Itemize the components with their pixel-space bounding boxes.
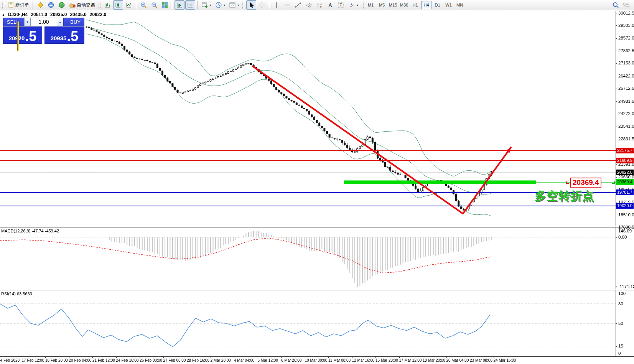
timeframe-m15[interactable]: M15: [388, 1, 398, 9]
price-tick: 26422.0: [618, 74, 634, 78]
price-axis[interactable]: 30012.529303.028572.027862.527153.026422…: [616, 11, 634, 356]
volume-stepper: ▾ 1.00 ▴: [24, 18, 63, 26]
timeframe-mn[interactable]: MN: [455, 1, 465, 9]
vertical-line-icon: [273, 2, 280, 8]
market-watch-button[interactable]: [46, 0, 56, 10]
new-chart-button[interactable]: ▾: [200, 0, 213, 10]
price-tick: 27862.5: [618, 48, 634, 53]
new-order-button[interactable]: 新订单: [6, 0, 31, 10]
autotrading-button[interactable]: 自动交易: [68, 0, 97, 10]
fibonacci-button[interactable]: F: [315, 0, 324, 10]
buy-price-box[interactable]: 20935 .5: [44, 26, 84, 44]
timeframe-m5[interactable]: M5: [377, 1, 387, 9]
toolbar-grip: [99, 2, 100, 8]
symbol-period: DJ30-,H4: [8, 12, 28, 17]
macd-tick: 146.09: [618, 229, 632, 233]
time-tick-label: 10 Mar 00:00: [305, 358, 328, 362]
indicators-button[interactable]: ▾: [227, 0, 240, 10]
channel-button[interactable]: E: [304, 0, 314, 10]
pane-splitter[interactable]: [0, 289, 634, 290]
text-icon: A: [327, 2, 334, 8]
tile-windows-icon: [161, 2, 168, 8]
vertical-line-object[interactable]: [17, 21, 19, 51]
sell-price-box[interactable]: 20920 .5: [3, 26, 42, 44]
time-tick-label: 12 Mar 16:00: [352, 358, 375, 362]
vertical-line-button[interactable]: [272, 0, 282, 10]
ohlc-low: 20435.0: [70, 12, 86, 17]
support-price-box-annotation[interactable]: 20369.4: [570, 178, 601, 188]
auto-scroll-button[interactable]: [175, 0, 184, 10]
price-tick: 24272.0: [618, 111, 634, 116]
charts-grid-button[interactable]: [35, 0, 45, 10]
timeframe-h4[interactable]: H4: [421, 1, 431, 9]
toolbar-separator: [33, 1, 33, 9]
timeframe-h1[interactable]: H1: [410, 1, 420, 9]
sell-button[interactable]: SELL: [3, 18, 24, 26]
time-tick-label: 18 Feb 20:00: [45, 358, 68, 362]
label-button[interactable]: T: [336, 0, 346, 10]
signals-button[interactable]: [57, 0, 67, 10]
zoom-out-button[interactable]: [149, 0, 159, 10]
shapes-icon: [348, 2, 355, 8]
price-label: 22175.7: [616, 148, 634, 153]
chat-icon: [623, 2, 630, 8]
toolbar-grip: [362, 2, 364, 8]
chat-button[interactable]: [621, 0, 631, 10]
one-click-trading-panel: SELL ▾ 1.00 ▴ BUY 20920 .5 20935 .5: [3, 18, 84, 44]
horizontal-line-icon: [284, 2, 291, 8]
timeframe-m1[interactable]: M1: [366, 1, 376, 9]
fibonacci-icon: F: [316, 2, 323, 8]
label-icon: T: [338, 2, 344, 8]
toolbar-grip: [2, 2, 4, 8]
line-chart-button[interactable]: [124, 0, 134, 10]
cursor-button[interactable]: [246, 0, 256, 10]
sell-price-pip: .5: [25, 30, 36, 43]
collapse-panel-icon[interactable]: ▲: [2, 13, 5, 16]
chart-shift-button[interactable]: [185, 0, 195, 10]
tile-windows-button[interactable]: [160, 0, 170, 10]
price-tick: 24981.5: [618, 99, 634, 104]
horizontal-line-button[interactable]: [282, 0, 292, 10]
macd-tick: 0.00: [618, 235, 627, 239]
zoom-in-button[interactable]: [138, 0, 148, 10]
text-button[interactable]: A: [325, 0, 335, 10]
timeframe-d1[interactable]: D1: [432, 1, 443, 9]
period-button[interactable]: ▾: [214, 0, 227, 10]
time-tick-label: 6 Mar 20:00: [281, 358, 301, 362]
candlestick-button[interactable]: [113, 0, 123, 10]
toolbar-separator: [136, 1, 137, 9]
cursor-icon: [248, 2, 255, 8]
buy-button[interactable]: BUY: [63, 18, 84, 26]
time-tick-label: 21 Feb 12:00: [92, 358, 115, 362]
dropdown-caret-icon: ▾: [357, 3, 358, 7]
pane-splitter[interactable]: [0, 226, 634, 227]
time-tick-label: 2 Mar 20:00: [211, 358, 231, 362]
price-tick: 23541.0: [618, 124, 634, 128]
app-window: { "toolbar": { "groups": [ [ {"icon":"ne…: [0, 0, 634, 364]
rsi-tick: 50: [618, 321, 623, 326]
time-tick-label: 11 Mar 08:00: [328, 358, 351, 362]
macd-label: MACD(12,26,9) -47.74 -459.42: [1, 229, 59, 233]
buy-price-pip: .5: [67, 30, 78, 43]
bar-chart-button[interactable]: [102, 0, 112, 10]
time-tick-label: 17 Mar 12:00: [399, 358, 422, 362]
turning-point-text-annotation[interactable]: 多空转折点: [535, 188, 594, 204]
crosshair-button[interactable]: [257, 0, 267, 10]
timeframe-w1[interactable]: W1: [443, 1, 454, 9]
shapes-button[interactable]: ▾: [347, 0, 360, 10]
time-tick-label: 17 Feb 12:00: [22, 358, 44, 362]
svg-text:A: A: [328, 2, 333, 8]
timeframe-m30[interactable]: M30: [399, 1, 409, 9]
search-button[interactable]: [611, 0, 621, 10]
volume-increase-button[interactable]: ▴: [57, 18, 63, 26]
volume-decrease-button[interactable]: ▾: [24, 18, 31, 26]
time-tick-label: 18 Mar 20:00: [423, 358, 445, 362]
time-axis[interactable]: 14 Feb 202017 Feb 12:0018 Feb 20:0020 Fe…: [0, 357, 634, 364]
trendline-button[interactable]: [293, 0, 303, 10]
toolbar-button-label: 自动交易: [77, 2, 95, 8]
chart-canvas[interactable]: [0, 0, 634, 364]
buy-price-main: 20935: [51, 35, 67, 41]
price-tick: 18510.0: [618, 212, 634, 217]
candlestick-icon: [115, 2, 122, 8]
volume-input[interactable]: 1.00: [31, 18, 57, 26]
